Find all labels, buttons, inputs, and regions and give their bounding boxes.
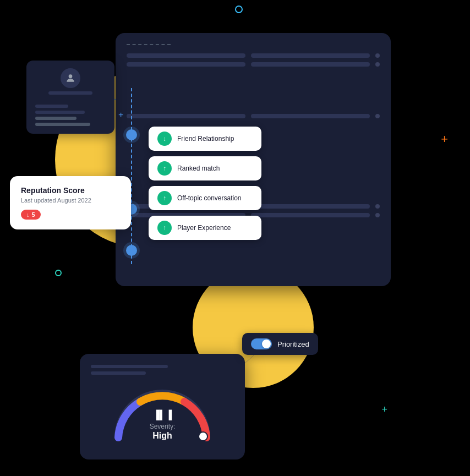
row-line-4b: [251, 204, 370, 209]
row-dot-1: [375, 53, 380, 58]
panel-row-1: [127, 53, 380, 58]
panel-row-2: [127, 62, 380, 67]
row-dot-2: [375, 62, 380, 67]
badge-arrow: ↓: [26, 211, 30, 218]
friend-relationship-label: Friend Relationship: [177, 135, 234, 143]
category-cards: ↓ Friend Relationship ↑ Ranked match ↑ O…: [149, 127, 261, 240]
avatar: [61, 68, 80, 88]
user-line-1: [35, 105, 68, 108]
player-experience-icon: ↑: [157, 221, 172, 235]
row-dot-3: [375, 114, 380, 118]
reputation-title: Reputation Score: [21, 186, 120, 195]
timeline-dot-1: [126, 129, 137, 140]
row-line-2a: [127, 62, 245, 67]
category-card-player-experience[interactable]: ↑ Player Experience: [149, 216, 261, 240]
reputation-badge: ↓ 5: [21, 210, 41, 220]
user-card: [26, 61, 114, 134]
prioritized-card: Prioritized: [242, 333, 318, 355]
off-topic-label: Off-topic conversation: [177, 194, 242, 202]
panel-header-dashes: [127, 44, 171, 46]
plus-teal-bottom: +: [381, 404, 387, 415]
row-line-2b: [251, 62, 370, 67]
dot-blue-top: [235, 6, 243, 13]
plus-orange-right: +: [441, 132, 448, 146]
severity-value-text: High: [150, 431, 176, 441]
severity-label-text: Severity:: [150, 423, 176, 430]
friend-relationship-icon: ↓: [157, 132, 172, 146]
severity-gauge: ▐▌▐ Severity: High: [107, 382, 217, 448]
ranked-match-icon: ↑: [157, 161, 172, 176]
prioritized-label: Prioritized: [277, 340, 309, 348]
row-line-1b: [251, 53, 370, 58]
player-experience-label: Player Experience: [177, 224, 231, 232]
svg-point-2: [69, 74, 73, 78]
user-info-lines: [35, 105, 106, 126]
sev-line-1: [91, 365, 168, 368]
user-line-2: [35, 111, 85, 114]
user-line-4: [35, 123, 90, 126]
row-dot-4: [375, 204, 380, 209]
badge-value: 5: [32, 211, 35, 218]
row-line-1a: [127, 53, 245, 58]
reputation-subtitle: Last updated August 2022: [21, 197, 120, 204]
gauge-bar-icon: ▐▌▐: [150, 410, 176, 420]
user-line-3: [35, 117, 76, 120]
reputation-card: Reputation Score Last updated August 202…: [10, 176, 131, 229]
category-card-off-topic[interactable]: ↑ Off-topic conversation: [149, 186, 261, 210]
panel-row-3: [127, 114, 380, 118]
row-line-3a: [127, 114, 245, 118]
timeline-dot-3: [126, 245, 137, 256]
prioritized-toggle[interactable]: [251, 338, 272, 349]
row-line-5b: [251, 213, 370, 217]
gauge-label: ▐▌▐ Severity: High: [150, 410, 176, 441]
user-avatar-area: [35, 68, 106, 98]
svg-point-3: [199, 432, 207, 441]
category-card-friend-relationship[interactable]: ↓ Friend Relationship: [149, 127, 261, 151]
user-id-line: [48, 91, 92, 95]
timeline-line: [131, 88, 132, 264]
ranked-match-label: Ranked match: [177, 165, 220, 172]
dot-teal-left: [55, 270, 62, 276]
severity-panel: ▐▌▐ Severity: High: [80, 354, 245, 459]
off-topic-icon: ↑: [157, 191, 172, 205]
user-card-plus-icon: +: [118, 110, 123, 120]
sev-line-2: [91, 371, 146, 375]
row-line-3b: [251, 114, 370, 118]
toggle-knob: [262, 340, 271, 348]
category-card-ranked-match[interactable]: ↑ Ranked match: [149, 156, 261, 180]
severity-header-lines: [91, 365, 234, 375]
row-dot-5: [375, 213, 380, 217]
